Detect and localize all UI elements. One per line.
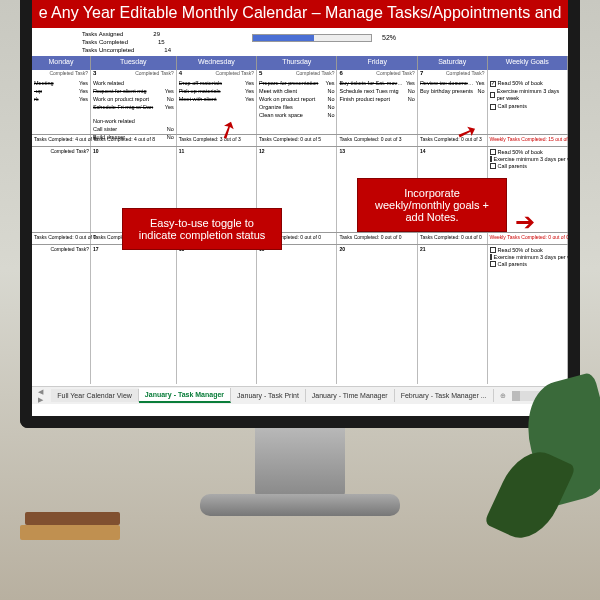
stat-label: Tasks Completed <box>82 38 128 46</box>
task-status[interactable]: Yes <box>165 88 174 95</box>
goal-text: Exercise minimum 3 days per week <box>497 88 565 102</box>
task-status[interactable]: Yes <box>79 96 88 103</box>
completed-label: Completed Task? <box>216 70 255 77</box>
task-text[interactable]: Finish product report <box>339 96 405 103</box>
day-number: 5 <box>259 70 262 77</box>
completed-label: Completed Task? <box>135 70 174 77</box>
task-text[interactable]: Drop off materials <box>179 80 243 87</box>
task-status[interactable]: No <box>327 88 334 95</box>
checkbox-icon[interactable] <box>490 163 496 169</box>
task-status[interactable]: No <box>167 126 174 133</box>
task-text[interactable]: Buy tickets for Sat. movies <box>339 80 403 87</box>
day-header: Weekly Goals <box>488 56 568 70</box>
stat-label: Tasks Assigned <box>82 30 123 38</box>
book-decoration <box>25 512 120 525</box>
task-status[interactable]: No <box>327 96 334 103</box>
task-status[interactable]: No <box>408 96 415 103</box>
weekly-total: Weekly Tasks Completed: 15 out of 26 <box>488 135 568 143</box>
tab-jan-time-manager[interactable]: January - Time Manager <box>306 389 395 402</box>
progress-bar <box>252 34 372 42</box>
task-text[interactable]: Meet with client <box>259 88 325 95</box>
day-number: 7 <box>420 70 423 77</box>
task-status[interactable]: Yes <box>245 80 254 87</box>
task-status[interactable]: No <box>327 112 334 119</box>
completed-label: Completed Task? <box>376 70 415 77</box>
task-status[interactable]: Yes <box>245 88 254 95</box>
checkbox-icon[interactable] <box>490 104 496 110</box>
goal-item[interactable]: ✓Read 50% of book <box>490 80 565 87</box>
day-number: 4 <box>179 70 182 77</box>
day-number: 13 <box>339 148 345 154</box>
col-monday[interactable]: Completed Task? MeetingYes -upYes rkYes <box>32 70 91 384</box>
tab-jan-task-manager[interactable]: January - Task Manager <box>139 388 231 403</box>
task-text[interactable]: Work on product report <box>259 96 325 103</box>
week-summary-row: Tasks Completed: 4 out of 4 Tasks Comple… <box>32 134 568 143</box>
book-decoration <box>20 525 120 540</box>
task-text[interactable]: Organize files <box>259 104 325 111</box>
task-text[interactable]: Schedule Fri mtg w/ Dan <box>93 104 163 111</box>
callout-toggle: Easy-to-use toggle to indicate completio… <box>122 208 282 250</box>
task-text[interactable]: Schedule next Tues mtg <box>339 88 405 95</box>
task-text[interactable]: Clean work space <box>259 112 325 119</box>
task-status[interactable]: Yes <box>79 88 88 95</box>
task-text[interactable]: Meeting <box>34 80 77 87</box>
task-text[interactable]: rk <box>34 96 77 103</box>
day-number: 17 <box>93 246 99 252</box>
day-header: Saturday <box>418 56 488 70</box>
task-status[interactable]: No <box>327 104 334 111</box>
day-number: 12 <box>259 148 265 154</box>
checkbox-icon[interactable] <box>490 247 496 253</box>
task-text[interactable]: Work related <box>93 80 174 87</box>
task-status[interactable]: Yes <box>326 80 335 87</box>
task-text[interactable]: Meet with client <box>179 96 243 103</box>
goal-item[interactable]: Exercise minimum 3 days per week <box>490 88 565 102</box>
stat-value: 15 <box>158 38 165 46</box>
checkbox-icon[interactable] <box>490 156 492 162</box>
checkbox-icon[interactable]: ✓ <box>490 81 496 87</box>
goal-text: Call parents <box>498 103 527 110</box>
tab-full-year[interactable]: Full Year Calendar View <box>51 389 139 402</box>
task-text[interactable]: Pick up materials <box>179 88 243 95</box>
plant-decoration <box>470 350 600 600</box>
day-number: 11 <box>179 148 185 154</box>
progress-pct: 52% <box>382 34 396 41</box>
task-status[interactable]: No <box>167 96 174 103</box>
task-status[interactable]: Yes <box>165 104 174 111</box>
day-header: Tuesday <box>91 56 177 70</box>
task-text[interactable]: -up <box>34 88 77 95</box>
checkbox-icon[interactable] <box>490 92 495 98</box>
task-status[interactable]: No <box>478 88 485 95</box>
day-header: Monday <box>32 56 91 70</box>
week3-header: Completed Task? 17 18 19 20 21 Read 50% … <box>32 244 568 269</box>
tab-nav-icon[interactable]: ◀ ▶ <box>32 388 51 404</box>
progress-fill <box>253 35 314 41</box>
tab-jan-task-print[interactable]: January - Task Print <box>231 389 306 402</box>
task-status[interactable]: Yes <box>245 96 254 103</box>
task-status[interactable]: No <box>408 88 415 95</box>
day-number: 20 <box>339 246 345 252</box>
completed-label: Completed Task? <box>296 70 335 77</box>
checkbox-icon[interactable] <box>490 149 496 155</box>
task-text[interactable]: Prepare for presentation <box>259 80 323 87</box>
arrow-icon: ➔ <box>515 208 535 236</box>
task-status[interactable]: Yes <box>476 80 485 87</box>
callout-goals: Incorporate weekly/monthly goals + add N… <box>357 178 507 232</box>
task-status[interactable]: Yes <box>79 80 88 87</box>
task-text[interactable]: Work on product report <box>93 96 165 103</box>
task-text[interactable]: Call sister <box>93 126 165 133</box>
task-status[interactable]: Yes <box>406 80 415 87</box>
day-number: 21 <box>420 246 426 252</box>
goal-item[interactable]: Call parents <box>490 103 565 110</box>
day-header: Wednesday <box>177 56 257 70</box>
task-text[interactable]: Buy birthday presents <box>420 88 476 95</box>
task-text[interactable]: Review tax documents <box>420 80 474 87</box>
task-text[interactable]: Request for client mtg <box>93 88 163 95</box>
week2-summary-row: Tasks Completed: 0 out of 0 Tasks Comple… <box>32 232 568 241</box>
checkbox-icon[interactable] <box>490 254 492 260</box>
monitor-stand <box>255 428 345 498</box>
checkbox-icon[interactable] <box>490 261 496 267</box>
title-banner: e Any Year Editable Monthly Calendar – M… <box>32 0 568 28</box>
day-header: Friday <box>337 56 417 70</box>
week2-header: Completed Task? 10 11 12 13 14 Read 50% … <box>32 146 568 171</box>
day-header-row: Monday Tuesday Wednesday Thursday Friday… <box>32 56 568 70</box>
